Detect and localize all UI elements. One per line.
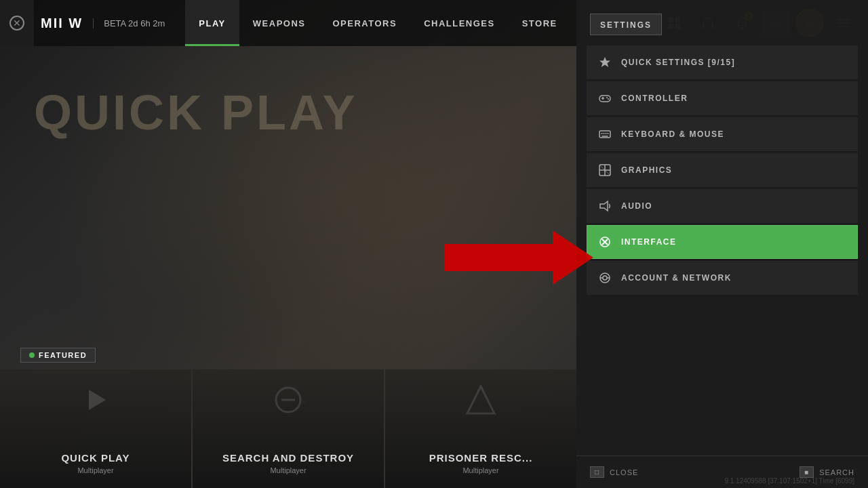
audio-icon	[598, 199, 612, 213]
settings-item-controller[interactable]: CONTROLLER	[587, 81, 858, 115]
rescue-subtitle: Multiplayer	[462, 466, 498, 474]
search-hint: ■ SEARCH	[800, 466, 854, 478]
svg-marker-0	[89, 390, 106, 410]
settings-title-badge: SETTINGS	[590, 14, 662, 35]
svg-point-20	[606, 97, 608, 98]
nav-item-weapons[interactable]: WEAPONS	[239, 0, 319, 46]
svg-marker-32	[600, 201, 608, 211]
settings-item-graphics[interactable]: GRAPHICS	[587, 153, 858, 187]
nav-item-challenges[interactable]: CHALLENGES	[410, 0, 509, 46]
controller-icon	[598, 92, 612, 105]
nav-logo: MII W	[41, 16, 83, 31]
quick-settings-icon	[598, 56, 612, 69]
account-icon	[598, 271, 612, 285]
close-hint: □ CLOSE	[590, 466, 638, 478]
svg-point-21	[608, 98, 609, 100]
game-cards-container: QUICK PLAY Multiplayer SEARCH AND DESTRO…	[0, 369, 576, 488]
featured-badge: FEATURED	[20, 348, 96, 363]
audio-label: AUDIO	[621, 201, 652, 211]
settings-item-interface[interactable]: INTERFACE	[587, 225, 858, 259]
keyboard-icon	[598, 127, 612, 141]
game-card-sad[interactable]: SEARCH AND DESTROY Multiplayer	[193, 369, 384, 488]
sad-subtitle: Multiplayer	[270, 466, 306, 474]
quickplay-title: QUICK PLAY	[61, 452, 130, 464]
svg-marker-16	[599, 57, 610, 67]
settings-item-keyboard[interactable]: KEYBOARD & MOUSE	[587, 117, 858, 151]
svg-point-37	[603, 276, 607, 280]
svg-marker-3	[467, 386, 494, 413]
nav-item-store[interactable]: STORE	[509, 0, 571, 46]
back-button[interactable]: ✕	[0, 0, 34, 46]
quick-settings-label: QUICK SETTINGS [9/15]	[621, 58, 735, 67]
beta-timer: BETA 2d 6h 2m	[93, 18, 165, 28]
search-key: ■	[800, 466, 814, 478]
close-key: □	[590, 466, 604, 478]
graphics-icon	[598, 163, 612, 177]
settings-item-audio[interactable]: AUDIO	[587, 189, 858, 223]
account-label: ACCOUNT & NETWORK	[621, 273, 732, 283]
rescue-icon	[464, 383, 498, 417]
controller-label: CONTROLLER	[621, 94, 688, 103]
nav-item-operators[interactable]: OPERATORS	[319, 0, 410, 46]
featured-label: FEATURED	[39, 351, 87, 359]
keyboard-label: KEYBOARD & MOUSE	[621, 129, 724, 139]
settings-menu: QUICK SETTINGS [9/15] CONTROLLER	[576, 42, 868, 455]
quick-play-title: QUICK PLAY	[34, 88, 357, 137]
quickplay-subtitle: Multiplayer	[77, 466, 113, 474]
rescue-title: PRISONER RESC...	[429, 452, 533, 464]
game-card-rescue[interactable]: PRISONER RESC... Multiplayer	[385, 369, 576, 488]
sad-icon	[271, 383, 305, 417]
settings-item-account[interactable]: ACCOUNT & NETWORK	[587, 261, 858, 295]
settings-title: SETTINGS	[600, 20, 652, 30]
interface-label: INTERFACE	[621, 237, 677, 247]
featured-dot	[29, 352, 35, 358]
main-navigation: PLAY WEAPONS OPERATORS CHALLENGES STORE	[185, 0, 626, 46]
version-text: 9.1.12409588 [37:107:1502+1] Time [6099]	[724, 477, 854, 485]
game-card-quickplay[interactable]: QUICK PLAY Multiplayer	[0, 369, 191, 488]
nav-item-play[interactable]: PLAY	[185, 0, 239, 46]
settings-header: SETTINGS	[576, 0, 868, 42]
interface-icon	[598, 235, 612, 249]
close-label: CLOSE	[610, 468, 638, 476]
search-label: SEARCH	[819, 468, 854, 476]
back-icon: ✕	[9, 16, 24, 30]
settings-item-quick-settings[interactable]: QUICK SETTINGS [9/15]	[587, 45, 858, 79]
settings-panel: SETTINGS QUICK SETTINGS [9/15]	[576, 0, 868, 488]
sad-title: SEARCH AND DESTROY	[222, 452, 354, 464]
graphics-label: GRAPHICS	[621, 165, 672, 175]
quickplay-icon	[79, 383, 113, 417]
